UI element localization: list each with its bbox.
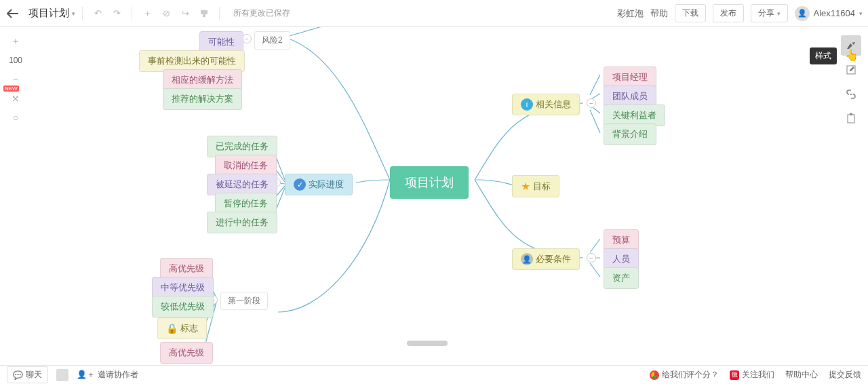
user-menu[interactable]: 👤 Alex11604 ▾: [795, 6, 863, 21]
node-related-info[interactable]: i 相关信息: [512, 94, 580, 115]
rate-link[interactable]: 给我们评个分？: [650, 369, 719, 381]
node-stage1[interactable]: 第一阶段: [220, 292, 268, 310]
star-icon: ★: [521, 180, 530, 193]
separator: [132, 7, 132, 20]
node-inprogress[interactable]: 进行中的任务: [207, 212, 277, 233]
bottom-right: 给我们评个分？ 微 关注我们 帮助中心 提交反馈: [650, 369, 861, 381]
weibo-icon: 微: [730, 370, 739, 380]
share-button[interactable]: 分享 ▾: [751, 4, 787, 22]
follow-link[interactable]: 微 关注我们: [730, 369, 774, 381]
avatar: 👤: [795, 6, 810, 21]
undo-button[interactable]: ↶: [90, 5, 106, 22]
format-button[interactable]: [196, 5, 212, 22]
horizontal-scrollbar[interactable]: [407, 341, 448, 346]
chat-icon: 💬: [13, 370, 23, 380]
node-assets[interactable]: 资产: [604, 267, 639, 289]
svg-rect-0: [201, 10, 208, 14]
node-flag[interactable]: 🔒 标志: [157, 318, 207, 339]
node-background[interactable]: 背景介绍: [604, 123, 656, 145]
mindmap-canvas[interactable]: 项目计划 i 相关信息 − 项目经理 团队成员 关键利益者 背景介绍 ★ 目标 …: [0, 27, 868, 365]
document-title[interactable]: 项目计划 ▾: [28, 7, 75, 20]
node-progress[interactable]: ✓ 实际进度: [285, 174, 353, 195]
help-center-link[interactable]: 帮助中心: [785, 369, 818, 381]
download-button[interactable]: 下载: [675, 4, 706, 22]
node-solution[interactable]: 推荐的解决方案: [163, 88, 242, 110]
title-caret-icon: ▾: [72, 10, 75, 17]
collapse-toggle[interactable]: −: [587, 98, 596, 108]
publish-button[interactable]: 发布: [713, 4, 744, 22]
root-node[interactable]: 项目计划: [390, 166, 469, 199]
svg-rect-1: [203, 14, 205, 17]
chrome-icon: [650, 370, 659, 380]
collaborator-avatar[interactable]: [56, 369, 68, 381]
collapse-toggle[interactable]: −: [242, 34, 252, 43]
add-button[interactable]: ＋: [139, 5, 155, 22]
chat-button[interactable]: 💬 聊天: [7, 366, 48, 383]
node-goal[interactable]: ★ 目标: [512, 175, 559, 197]
node-requirements[interactable]: 👤 必要条件: [512, 248, 580, 270]
feedback-link[interactable]: 提交反馈: [829, 369, 861, 381]
block-button[interactable]: ⊘: [158, 5, 174, 22]
check-icon: ✓: [294, 178, 306, 191]
save-status: 所有更改已保存: [233, 7, 290, 19]
help-link[interactable]: 帮助: [650, 7, 668, 20]
separator: [219, 7, 220, 20]
username: Alex11604: [814, 8, 855, 18]
user-caret-icon: ▾: [859, 10, 863, 17]
top-toolbar: 项目计划 ▾ ↶ ↷ ＋ ⊘ ↪ 所有更改已保存 彩虹泡 帮助 下载 发布 分享…: [0, 0, 868, 27]
topbar-right: 彩虹泡 帮助 下载 发布 分享 ▾ 👤 Alex11604 ▾: [617, 4, 863, 22]
node-lowpri[interactable]: 较低优先级: [152, 296, 214, 318]
lock-icon: 🔒: [166, 323, 178, 334]
user-icon: 👤: [521, 253, 533, 265]
title-text: 项目计划: [28, 7, 69, 20]
node-risk2[interactable]: 风险2: [254, 31, 290, 50]
separator: [82, 7, 83, 20]
add-user-icon: 👤＋: [77, 369, 95, 381]
invite-button[interactable]: 👤＋ 邀请协作者: [77, 369, 138, 381]
rainbow-link[interactable]: 彩虹泡: [617, 7, 644, 20]
redo-button[interactable]: ↷: [108, 5, 125, 22]
collapse-toggle[interactable]: −: [587, 253, 596, 263]
bottom-bar: 💬 聊天 👤＋ 邀请协作者 给我们评个分？ 微 关注我们 帮助中心 提交反馈: [0, 365, 868, 384]
node-highpri2[interactable]: 高优先级: [160, 342, 213, 364]
back-button[interactable]: [5, 6, 20, 21]
forward-button[interactable]: ↪: [177, 5, 193, 22]
info-icon: i: [521, 98, 533, 111]
